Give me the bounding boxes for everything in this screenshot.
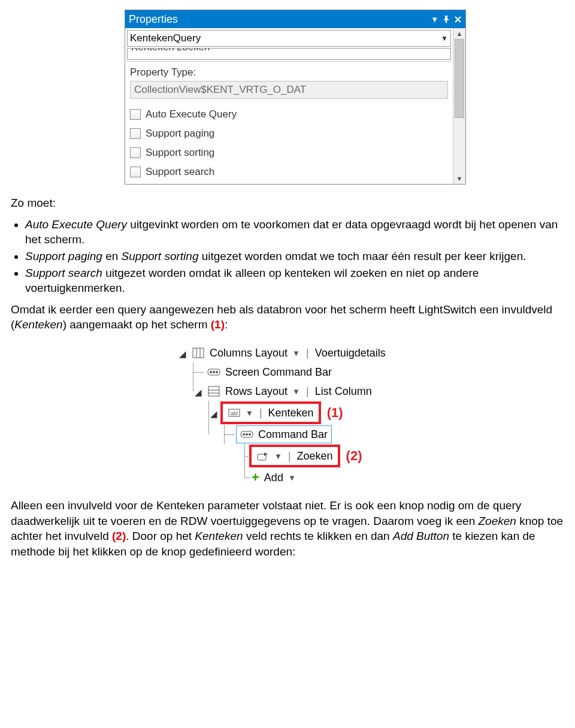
support-paging-row[interactable]: Support paging: [125, 124, 453, 143]
list-item: Support paging en Support sorting uitgez…: [25, 249, 564, 264]
rows-layout-icon: [207, 385, 220, 398]
chevron-down-icon[interactable]: ▼: [286, 473, 298, 482]
checkbox-icon[interactable]: [130, 167, 141, 177]
checkbox-icon[interactable]: [130, 128, 141, 139]
window-options-icon[interactable]: ▼: [431, 15, 438, 24]
pin-icon[interactable]: [442, 15, 450, 23]
paragraph: Omdat ik eerder een query aangewezen heb…: [11, 302, 564, 333]
chevron-down-icon[interactable]: ▼: [272, 452, 285, 461]
kenteken-field[interactable]: abl ▼ | Kenteken: [220, 401, 321, 424]
command-bar-icon: [207, 365, 220, 379]
paragraph: Alleen een invulveld voor de Kenteken pa…: [11, 498, 564, 560]
chevron-down-icon[interactable]: ▼: [290, 387, 302, 396]
command-bar-icon: [240, 428, 253, 441]
scroll-thumb[interactable]: [455, 39, 464, 118]
screen-command-bar-row: Screen Command Bar: [178, 363, 460, 382]
expand-icon[interactable]: ◢: [178, 349, 187, 357]
svg-point-15: [249, 433, 251, 436]
text-box-icon: abl: [228, 406, 241, 419]
bullet-list: Auto Execute Query uitgevinkt worden om …: [25, 217, 564, 296]
chevron-down-icon: ▼: [441, 34, 448, 43]
command-bar-row: Command Bar: [178, 425, 460, 444]
scroll-down-icon[interactable]: ▼: [456, 173, 463, 184]
properties-titlebar: Properties ▼: [125, 10, 465, 28]
kenteken-row: ◢ abl ▼ | Kenteken (1): [178, 401, 460, 425]
plus-icon: +: [249, 470, 262, 485]
rows-layout-row: ◢ Rows Layout ▼ | List Column: [178, 382, 460, 401]
button-action-icon: [256, 449, 270, 463]
properties-panel: Properties ▼ KentekenQuery ▼: [125, 10, 466, 185]
list-item: Auto Execute Query uitgevinkt worden om …: [25, 217, 564, 247]
svg-rect-7: [208, 386, 219, 396]
auto-execute-query-row[interactable]: Auto Execute Query: [125, 105, 453, 124]
checkbox-icon[interactable]: [130, 109, 141, 120]
zoeken-row: ▼ | Zoeken (2): [178, 444, 460, 468]
object-selector[interactable]: KentekenQuery ▼: [127, 30, 451, 47]
property-type-value: CollectionView$KENT_VRTG_O_DAT: [130, 81, 448, 99]
svg-point-14: [246, 433, 248, 436]
annotation-2: (2): [346, 448, 362, 464]
columns-layout-icon: [192, 346, 205, 360]
scrollbar[interactable]: ▲ ▼: [453, 28, 465, 184]
svg-point-5: [213, 371, 215, 373]
svg-rect-0: [193, 348, 204, 358]
columns-layout-row: ◢ Columns Layout ▼ | Voertuigdetails: [178, 343, 460, 363]
support-search-row[interactable]: Support search: [125, 162, 453, 184]
svg-point-13: [243, 433, 245, 436]
chevron-down-icon[interactable]: ▼: [290, 349, 302, 358]
object-subtitle: Kenteken zoeken: [127, 48, 451, 60]
svg-point-6: [216, 371, 218, 373]
svg-text:abl: abl: [231, 410, 238, 416]
properties-title: Properties: [129, 13, 431, 26]
property-type-label: Property Type:: [125, 63, 453, 80]
zoeken-button[interactable]: ▼ | Zoeken: [249, 445, 340, 467]
close-icon[interactable]: [454, 16, 462, 23]
expand-icon[interactable]: ◢: [210, 409, 218, 417]
command-bar-node[interactable]: Command Bar: [236, 425, 332, 443]
add-row[interactable]: + Add ▼: [178, 468, 460, 487]
annotation-1: (1): [327, 405, 343, 421]
screen-designer-tree: ◢ Columns Layout ▼ | Voertuigdetails Scr…: [178, 343, 460, 487]
chevron-down-icon[interactable]: ▼: [243, 409, 256, 418]
scroll-up-icon[interactable]: ▲: [456, 28, 463, 39]
expand-icon[interactable]: ◢: [194, 387, 202, 395]
list-item: Support search uitgezet worden omdat ik …: [25, 265, 564, 296]
support-sorting-row[interactable]: Support sorting: [125, 143, 453, 162]
intro-text: Zo moet:: [11, 195, 564, 211]
checkbox-icon[interactable]: [130, 147, 141, 158]
svg-point-4: [210, 371, 212, 373]
